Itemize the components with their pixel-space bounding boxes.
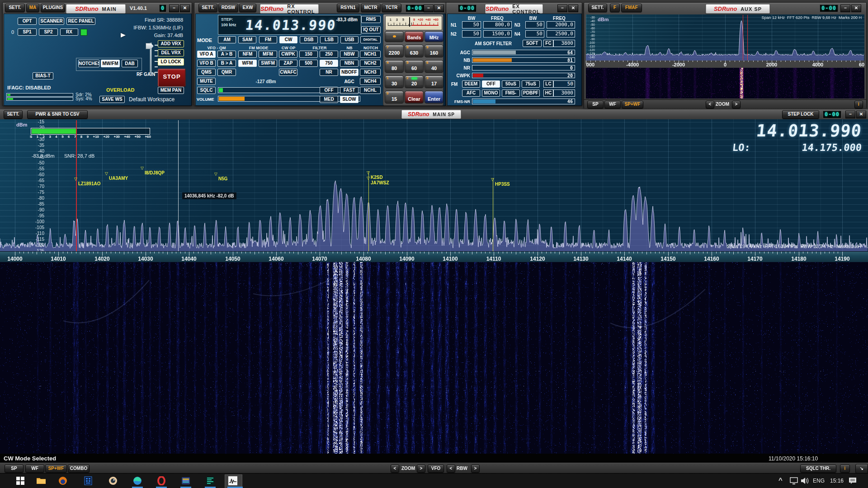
view-wf[interactable]: WF [25, 465, 44, 473]
button-qmr[interactable]: QMR [217, 69, 236, 76]
main-sp-window-title[interactable]: SDRunoMAIN SP [401, 110, 461, 119]
save-ws-button[interactable]: SAVE WS [99, 96, 125, 103]
fc-value[interactable]: 3800 [553, 40, 575, 47]
bias-t-button[interactable]: BIAS-T [33, 72, 53, 80]
mute-button[interactable]: MUTE [197, 78, 216, 85]
button-nr[interactable]: NR [320, 69, 338, 76]
button-nbw[interactable]: NBW [340, 51, 359, 58]
file-explorer-icon[interactable] [35, 475, 47, 487]
aux-zoom-in-button[interactable]: > [732, 101, 741, 108]
notch-bw[interactable]: 50 [462, 30, 481, 38]
button-opt[interactable]: OPT [18, 18, 37, 25]
button-750[interactable]: 750 [320, 60, 338, 67]
button-afc[interactable]: AFC [462, 89, 480, 97]
button-del-vrx[interactable]: DEL VRX [158, 49, 184, 56]
sqlc-button[interactable]: SQLC [197, 87, 216, 94]
button-nchl[interactable]: NCHL [360, 87, 381, 94]
fm-deem[interactable]: DEEM [462, 80, 480, 88]
info-button[interactable]: i [840, 465, 850, 473]
view-combo[interactable]: COMBO [68, 465, 90, 473]
tray-chevron-icon[interactable]: ^ [778, 476, 783, 484]
app-teal-icon[interactable] [204, 475, 216, 487]
slider-nr[interactable]: 0 [472, 65, 575, 70]
mode-sam[interactable]: SAM [238, 36, 256, 43]
spot-marker[interactable]: I8/DJ8QP [145, 170, 165, 175]
band-key-30[interactable]: 130 [385, 75, 404, 88]
notch-freq[interactable]: 2000,0 [547, 21, 575, 28]
enter-key[interactable]: Enter [425, 91, 443, 103]
button-nfm[interactable]: NFM [238, 51, 257, 58]
hc-value[interactable]: 3000 [553, 89, 575, 97]
zoom-out-button[interactable]: < [391, 465, 399, 473]
fm-50us[interactable]: 50uS [502, 80, 520, 88]
edge-icon[interactable] [132, 475, 143, 487]
mode-lsb[interactable]: LSB [320, 36, 338, 43]
notch-freq[interactable]: 2500,0 [547, 30, 575, 38]
button-nboff[interactable]: NBOFF [340, 69, 359, 76]
button-nch2[interactable]: NCH2 [360, 60, 381, 67]
app-orange-icon[interactable] [57, 475, 69, 487]
menu-ma[interactable]: MA [26, 4, 39, 12]
button-wfm[interactable]: WFM [238, 60, 257, 67]
rx-menu-rdsw[interactable]: RDSW [218, 4, 238, 12]
button-iq-out[interactable]: IQ OUT [361, 26, 381, 33]
band-key-630[interactable]: 8630 [405, 45, 424, 57]
vfo-tuning-line[interactable] [76, 120, 77, 251]
squelch-bar[interactable] [218, 87, 360, 93]
button-b---a[interactable]: B > A [217, 60, 236, 67]
opera-icon[interactable] [156, 475, 167, 487]
band-key-15[interactable]: 015 [385, 91, 404, 103]
button-150[interactable]: 150 [299, 51, 318, 58]
button-nbn[interactable]: NBN [340, 60, 359, 67]
sqlc-thr-button[interactable]: SQLC THR. [800, 465, 836, 473]
spot-marker[interactable]: HP3SS [495, 182, 510, 187]
button-rms[interactable]: RMS [361, 16, 381, 23]
frequency-display[interactable]: STEP:100 kHz14.013.990-83,3 dBm [218, 15, 361, 35]
band-key-40[interactable]: 640 [425, 60, 443, 73]
agc-off-button[interactable]: OFF [320, 87, 338, 94]
mem-pan-button[interactable]: MEM PAN [158, 87, 184, 94]
band-key-17[interactable]: 317 [425, 75, 443, 88]
aux-waterfall-canvas[interactable] [586, 68, 864, 99]
clear-key[interactable]: Clear [405, 91, 424, 103]
button-cwpk[interactable]: CWPK [279, 51, 297, 58]
button-cwafc[interactable]: CWAFC [279, 69, 297, 76]
ex-minimize-button[interactable]: – [557, 5, 567, 12]
speaker-icon[interactable] [799, 475, 810, 486]
button-dab[interactable]: DAB [122, 60, 138, 67]
aux-menu-sett[interactable]: SETT. [588, 4, 607, 12]
button-scanner[interactable]: SCANNER [39, 18, 64, 25]
main-window-close-button[interactable]: ✕ [180, 5, 190, 12]
button-qms[interactable]: QMS [197, 69, 216, 76]
vfo-button[interactable]: VFO [428, 465, 444, 473]
mode-cw[interactable]: CW [279, 36, 297, 43]
rbw-down-button[interactable]: < [447, 465, 455, 473]
app-eye-icon[interactable] [107, 475, 119, 487]
button-lo-lock[interactable]: LO LOCK [158, 58, 184, 66]
mhz-key[interactable]: MHz [425, 31, 443, 42]
rf-gain-slider-thumb[interactable] [146, 43, 154, 49]
notch-bw[interactable]: 50 [525, 30, 544, 38]
spot-marker[interactable]: JA7WSZ [371, 180, 389, 185]
band-key-160[interactable]: 9160 [425, 45, 443, 57]
aux-spectrum-canvas[interactable] [586, 14, 864, 61]
rx-menu-exw[interactable]: EXW [239, 4, 256, 12]
button-nch1[interactable]: NCH1 [360, 51, 381, 58]
aux-window-title[interactable]: SDRunoAUX SP [706, 4, 770, 14]
menu-plugins[interactable]: PLUGINS [41, 4, 65, 12]
rx-close-button[interactable]: ✕ [434, 5, 444, 12]
bands-key[interactable]: Bands [405, 31, 424, 42]
notch-bw[interactable]: 50 [525, 21, 544, 28]
button-nch4[interactable]: NCH4 [360, 78, 381, 85]
volume-bar[interactable] [218, 96, 360, 102]
button-sp1[interactable]: SP1 [18, 28, 37, 36]
rx-menu-tctr[interactable]: TCTR [382, 4, 401, 12]
pwr-snr-to-csv-button[interactable]: PWR & SNR TO CSV [27, 110, 88, 119]
slider-agc[interactable]: 64 [472, 50, 575, 55]
button-zap[interactable]: ZAP [279, 60, 297, 67]
button-mono[interactable]: MONO [482, 89, 500, 97]
ex-close-button[interactable]: ✕ [568, 5, 578, 12]
rx-menu-sett[interactable]: SETT. [198, 4, 217, 12]
band-dot-key[interactable] [385, 31, 404, 42]
button-mw-fm[interactable]: MW/FM [101, 60, 120, 67]
